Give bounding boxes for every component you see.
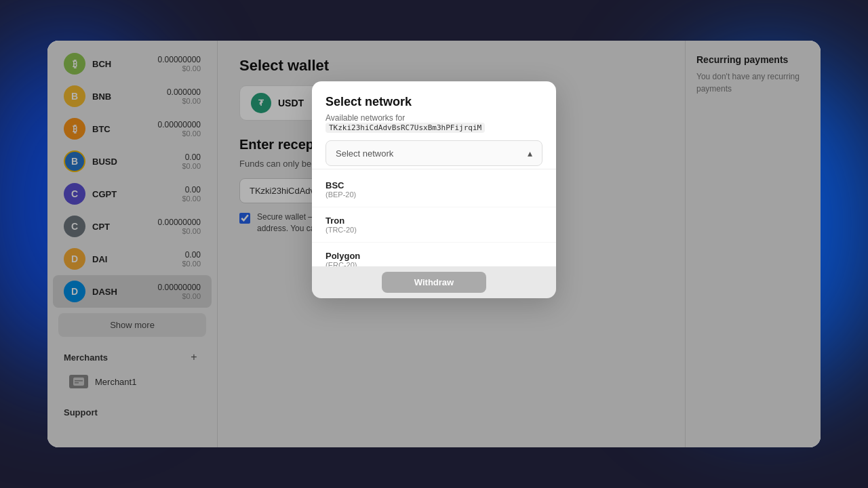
network-item-bsc[interactable]: BSC (BEP-20) xyxy=(312,172,556,207)
modal-title: Select network xyxy=(326,95,542,109)
tron-network-type: (TRC-20) xyxy=(326,226,542,234)
polygon-network-type: (ERC-20) xyxy=(326,261,542,266)
network-list: BSC (BEP-20) Tron (TRC-20) Polygon (ERC-… xyxy=(312,169,556,266)
modal-header: Select network Available networks for TK… xyxy=(312,81,556,140)
main-container: ₿ BCH 0.00000000 $0.00 B BNB 0.000000 $0… xyxy=(47,41,821,447)
network-item-polygon[interactable]: Polygon (ERC-20) xyxy=(312,243,556,266)
modal-subtitle-address: TKzki23hiCdAdvBsRC7UsxBm3hPFijrqiM xyxy=(326,123,485,133)
chevron-up-icon: ▴ xyxy=(528,148,532,159)
withdraw-button[interactable]: Withdraw xyxy=(382,272,486,293)
network-item-tron[interactable]: Tron (TRC-20) xyxy=(312,207,556,243)
select-network-modal: Select network Available networks for TK… xyxy=(312,81,556,298)
network-dropdown-trigger[interactable]: Select network ▴ xyxy=(326,140,542,166)
bsc-network-name: BSC xyxy=(326,180,542,190)
polygon-network-name: Polygon xyxy=(326,251,542,261)
network-dropdown-label: Select network xyxy=(336,148,393,159)
modal-subtitle: Available networks for TKzki23hiCdAdvBsR… xyxy=(326,113,542,132)
bsc-network-type: (BEP-20) xyxy=(326,190,542,199)
withdraw-bar: Withdraw xyxy=(312,266,556,298)
modal-overlay: Select network Available networks for TK… xyxy=(47,41,821,447)
tron-network-name: Tron xyxy=(326,216,542,226)
